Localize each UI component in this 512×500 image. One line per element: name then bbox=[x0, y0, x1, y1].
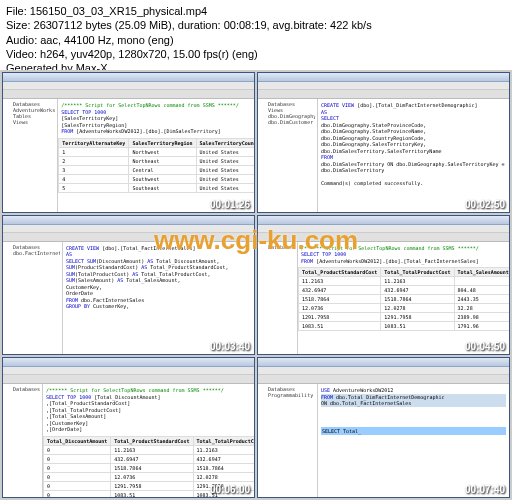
audio-line: Audio: aac, 44100 Hz, mono (eng) bbox=[6, 33, 506, 47]
window-titlebar[interactable] bbox=[258, 73, 509, 82]
object-explorer[interactable]: Databases dbo.FactInternetSales bbox=[3, 242, 63, 356]
object-explorer[interactable]: Databases Views dbo.DimGeography dbo.Dim… bbox=[258, 99, 318, 213]
object-explorer[interactable]: Databases Programmability bbox=[258, 384, 318, 498]
window-titlebar[interactable] bbox=[258, 216, 509, 225]
window-titlebar[interactable] bbox=[3, 216, 254, 225]
query-editor[interactable]: CREATE VIEW CREATE VIEW [dbo].[Total_Dim… bbox=[318, 99, 509, 213]
window-menubar[interactable] bbox=[3, 82, 254, 90]
timestamp-label: 00:01:26 bbox=[210, 199, 250, 210]
thumbnail-6: Databases Programmability USE AdventureW… bbox=[257, 357, 510, 498]
window-menubar[interactable] bbox=[3, 225, 254, 233]
timestamp-label: 00:02:50 bbox=[465, 199, 505, 210]
thumbnail-5: Databases /****** Script for SelectTopNR… bbox=[2, 357, 255, 498]
window-menubar[interactable] bbox=[258, 367, 509, 375]
window-menubar[interactable] bbox=[258, 82, 509, 90]
file-line: File: 156150_03_03_XR15_physical.mp4 bbox=[6, 4, 506, 18]
window-toolbar[interactable] bbox=[258, 90, 509, 99]
thumbnail-grid: Databases AdventureWorks Tables Views /*… bbox=[0, 70, 512, 500]
window-titlebar[interactable] bbox=[258, 358, 509, 367]
query-editor[interactable]: /****** Script for SelectTopNRows comman… bbox=[43, 384, 255, 498]
window-toolbar[interactable] bbox=[258, 375, 509, 384]
query-editor[interactable]: /****** Script for SelectTopNRows comman… bbox=[58, 99, 255, 213]
thumbnail-4: Databases /****** Script for SelectTopNR… bbox=[257, 215, 510, 356]
timestamp-label: 00:04:50 bbox=[465, 341, 505, 352]
messages-pane: Command(s) completed successfully. bbox=[318, 177, 509, 189]
window-toolbar[interactable] bbox=[3, 375, 254, 384]
object-explorer[interactable]: Databases AdventureWorks Tables Views bbox=[3, 99, 58, 213]
window-menubar[interactable] bbox=[258, 225, 509, 233]
thumbnail-2: Databases Views dbo.DimGeography dbo.Dim… bbox=[257, 72, 510, 213]
intellisense-popup[interactable]: SELECT Total_ bbox=[321, 427, 506, 436]
window-toolbar[interactable] bbox=[3, 90, 254, 99]
file-info-header: File: 156150_03_03_XR15_physical.mp4 Siz… bbox=[0, 0, 512, 78]
timestamp-label: 00:06:00 bbox=[210, 484, 250, 495]
window-menubar[interactable] bbox=[3, 367, 254, 375]
size-line: Size: 26307112 bytes (25.09 MiB), durati… bbox=[6, 18, 506, 32]
window-toolbar[interactable] bbox=[258, 233, 509, 242]
video-line: Video: h264, yuv420p, 1280x720, 15.00 fp… bbox=[6, 47, 506, 61]
thumbnail-3: Databases dbo.FactInternetSales CREATE V… bbox=[2, 215, 255, 356]
window-titlebar[interactable] bbox=[3, 358, 254, 367]
query-editor[interactable]: USE AdventureWorksDW2012 FROM dbo.Total_… bbox=[318, 384, 509, 498]
query-editor[interactable]: CREATE VIEW CREATE VIEW [dbo].[Total_Fac… bbox=[63, 242, 254, 356]
window-toolbar[interactable] bbox=[3, 233, 254, 242]
object-explorer[interactable]: Databases bbox=[3, 384, 43, 498]
thumbnail-1: Databases AdventureWorks Tables Views /*… bbox=[2, 72, 255, 213]
timestamp-label: 00:03:40 bbox=[210, 341, 250, 352]
query-editor[interactable]: /****** Script for SelectTopNRows comman… bbox=[298, 242, 510, 356]
window-titlebar[interactable] bbox=[3, 73, 254, 82]
timestamp-label: 00:07:40 bbox=[465, 484, 505, 495]
object-explorer[interactable]: Databases bbox=[258, 242, 298, 356]
